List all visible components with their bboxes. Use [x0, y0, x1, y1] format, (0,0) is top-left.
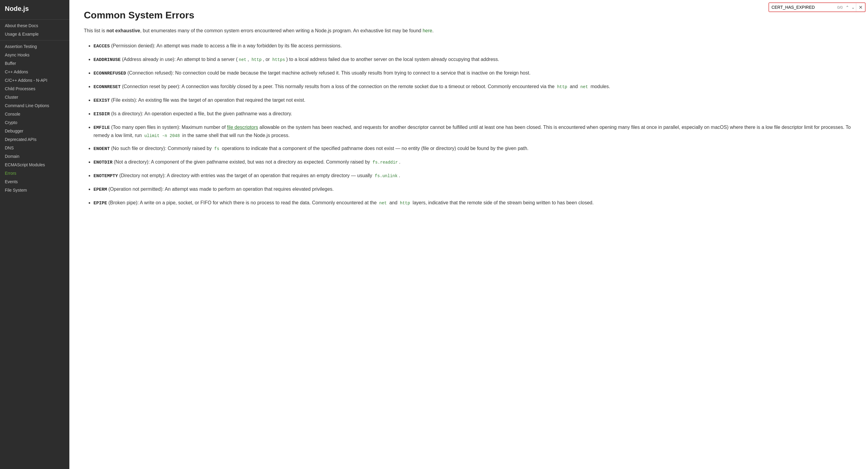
- error-item-enotempty: ENOTEMPTY (Directory not empty): A direc…: [93, 172, 854, 180]
- search-prev-button[interactable]: ⌃: [844, 3, 850, 11]
- inline-code: https: [271, 57, 286, 62]
- sidebar-item-deprecated[interactable]: Deprecated APIs: [0, 135, 69, 144]
- sidebar-item-filesystem[interactable]: File System: [0, 186, 69, 194]
- error-code-eacces: EACCES: [93, 44, 110, 49]
- search-bar: 0/0 ⌃ ⌄ ✕: [769, 2, 866, 12]
- inline-code: http: [250, 57, 263, 62]
- error-desc-econnrefused: (Connection refused): No connection coul…: [126, 70, 530, 76]
- inline-code: http: [556, 84, 568, 90]
- error-item-econnreset: ECONNRESET (Connection reset by peer): A…: [93, 83, 854, 91]
- error-code-econnrefused: ECONNREFUSED: [93, 71, 126, 76]
- sidebar-item-domain[interactable]: Domain: [0, 152, 69, 160]
- inline-code: net: [579, 84, 589, 90]
- sidebar-item-dns[interactable]: DNS: [0, 144, 69, 152]
- sidebar-item-assertion[interactable]: Assertion Testing: [0, 42, 69, 51]
- error-item-emfile: EMFILE (Too many open files in system): …: [93, 123, 854, 140]
- intro-paragraph: This list is not exhaustive, but enumera…: [84, 27, 854, 35]
- error-code-eperm: EPERM: [93, 187, 107, 192]
- sidebar-item-events[interactable]: Events: [0, 177, 69, 186]
- error-desc-eperm: (Operation not permitted): An attempt wa…: [107, 186, 334, 192]
- sidebar-item-async[interactable]: Async Hooks: [0, 51, 69, 59]
- sidebar-item-crypto[interactable]: Crypto: [0, 118, 69, 127]
- inline-code: http: [399, 200, 411, 206]
- error-code-enotempty: ENOTEMPTY: [93, 174, 118, 179]
- error-code-enoent: ENOENT: [93, 146, 110, 151]
- inline-code: ulimit -n 2048: [143, 133, 181, 139]
- error-item-enoent: ENOENT (No such file or directory): Comm…: [93, 145, 854, 153]
- inline-link[interactable]: file descriptors: [227, 125, 258, 130]
- error-item-eisdir: EISDIR (Is a directory): An operation ex…: [93, 110, 854, 118]
- sidebar-item-errors[interactable]: Errors: [0, 169, 69, 177]
- error-item-eperm: EPERM (Operation not permitted): An atte…: [93, 185, 854, 194]
- sidebar-item-child[interactable]: Child Processes: [0, 85, 69, 93]
- sidebar-item-buffer[interactable]: Buffer: [0, 59, 69, 68]
- error-code-econnreset: ECONNRESET: [93, 85, 121, 90]
- error-code-epipe: EPIPE: [93, 201, 107, 206]
- sidebar-divider-top: [0, 19, 69, 20]
- intro-link[interactable]: here: [423, 28, 432, 33]
- search-count: 0/0: [835, 5, 844, 10]
- sidebar-item-cppaddons[interactable]: C++ Addons: [0, 68, 69, 76]
- main-content: 0/0 ⌃ ⌄ ✕ Common System Errors This list…: [69, 0, 868, 469]
- sidebar-item-cmdline[interactable]: Command Line Options: [0, 101, 69, 110]
- sidebar-nav: About these DocsUsage & ExampleAssertion…: [0, 22, 69, 194]
- intro-end: .: [432, 28, 433, 33]
- error-item-enotdir: ENOTDIR (Not a directory): A component o…: [93, 158, 854, 166]
- sidebar-item-napi[interactable]: C/C++ Addons - N-API: [0, 76, 69, 85]
- sidebar-item-cluster[interactable]: Cluster: [0, 93, 69, 101]
- search-input[interactable]: [769, 3, 835, 11]
- sidebar-item-debugger[interactable]: Debugger: [0, 127, 69, 135]
- error-desc-eexist: (File exists): An existing file was the …: [110, 97, 305, 102]
- error-desc-eisdir: (Is a directory): An operation expected …: [110, 111, 292, 116]
- sidebar-divider-2: [0, 40, 69, 40]
- error-code-eexist: EEXIST: [93, 98, 110, 103]
- error-code-eaddrinuse: EADDRINUSE: [93, 57, 121, 62]
- sidebar-item-about[interactable]: About these Docs: [0, 22, 69, 30]
- inline-code: fs: [213, 146, 220, 151]
- error-item-econnrefused: ECONNREFUSED (Connection refused): No co…: [93, 69, 854, 77]
- intro-text-2: , but enumerates many of the common syst…: [140, 28, 423, 33]
- error-code-enotdir: ENOTDIR: [93, 160, 113, 165]
- search-next-button[interactable]: ⌄: [850, 3, 856, 11]
- error-item-eaddrinuse: EADDRINUSE (Address already in use): An …: [93, 56, 854, 64]
- error-code-eisdir: EISDIR: [93, 112, 110, 117]
- app-title: Node.js: [0, 5, 69, 18]
- inline-code: net: [378, 200, 388, 206]
- sidebar: Node.js About these DocsUsage & ExampleA…: [0, 0, 69, 469]
- sidebar-item-usage[interactable]: Usage & Example: [0, 30, 69, 38]
- inline-code: fs.readdir: [371, 160, 399, 165]
- error-code-emfile: EMFILE: [93, 125, 110, 130]
- page-title: Common System Errors: [84, 10, 854, 21]
- sidebar-item-console[interactable]: Console: [0, 110, 69, 118]
- search-close-button[interactable]: ✕: [856, 3, 865, 11]
- inline-code: net: [238, 57, 248, 62]
- inline-code: fs.unlink: [374, 173, 399, 179]
- intro-bold: not exhaustive: [106, 28, 140, 33]
- error-item-eacces: EACCES (Permission denied): An attempt w…: [93, 42, 854, 50]
- intro-text-1: This list is: [84, 28, 106, 33]
- sidebar-item-ecma[interactable]: ECMAScript Modules: [0, 160, 69, 169]
- error-item-eexist: EEXIST (File exists): An existing file w…: [93, 96, 854, 105]
- error-item-epipe: EPIPE (Broken pipe): A write on a pipe, …: [93, 199, 854, 207]
- errors-list: EACCES (Permission denied): An attempt w…: [84, 42, 854, 207]
- error-desc-eacces: (Permission denied): An attempt was made…: [110, 43, 342, 48]
